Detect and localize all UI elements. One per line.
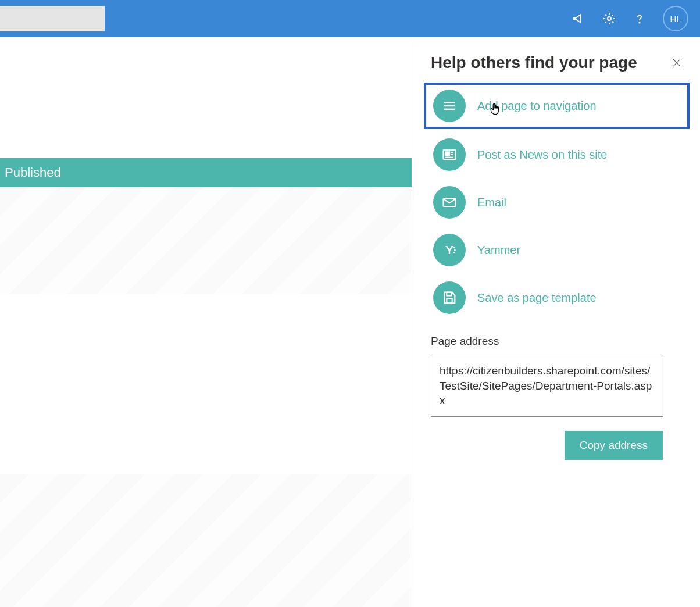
- megaphone-icon[interactable]: [572, 12, 586, 26]
- option-add-to-navigation[interactable]: Add page to navigation: [424, 83, 690, 129]
- email-icon: [433, 186, 466, 219]
- page-address-input[interactable]: https://citizenbuilders.sharepoint.com/s…: [431, 355, 663, 417]
- news-icon: [433, 138, 466, 171]
- avatar-initials: HL: [670, 14, 681, 24]
- main-content: Published Help others find your page: [0, 37, 700, 607]
- svg-point-0: [608, 17, 611, 20]
- svg-point-1: [639, 22, 640, 23]
- help-icon[interactable]: [633, 12, 647, 26]
- svg-point-14: [454, 249, 456, 251]
- save-icon: [433, 281, 466, 314]
- close-icon[interactable]: [671, 57, 683, 69]
- svg-point-13: [453, 247, 455, 248]
- page-area: Published: [0, 37, 412, 607]
- svg-rect-16: [447, 292, 451, 296]
- help-panel: Help others find your page Add page to n…: [413, 37, 700, 607]
- option-label: Save as page template: [477, 291, 597, 305]
- hamburger-icon: [433, 90, 466, 122]
- option-email[interactable]: Email: [431, 181, 683, 223]
- panel-title: Help others find your page: [431, 53, 637, 72]
- published-banner: Published: [0, 158, 412, 187]
- app-launcher-placeholder[interactable]: [0, 6, 105, 31]
- published-label: Published: [5, 165, 61, 180]
- avatar[interactable]: HL: [663, 6, 688, 31]
- option-label: Yammer: [477, 244, 520, 257]
- option-label: Add page to navigation: [477, 99, 597, 113]
- background-pattern: [0, 474, 412, 607]
- option-label: Email: [477, 196, 506, 209]
- yammer-icon: [433, 234, 466, 266]
- top-bar: HL: [0, 0, 700, 37]
- copy-address-button[interactable]: Copy address: [565, 431, 663, 460]
- panel-header: Help others find your page: [431, 53, 683, 72]
- svg-rect-17: [447, 298, 452, 303]
- svg-point-15: [453, 252, 455, 253]
- option-post-as-news[interactable]: Post as News on this site: [431, 134, 683, 176]
- svg-rect-8: [445, 152, 449, 155]
- background-pattern: [0, 187, 412, 294]
- option-yammer[interactable]: Yammer: [431, 229, 683, 271]
- page-address-label: Page address: [431, 335, 683, 348]
- option-save-template[interactable]: Save as page template: [431, 277, 683, 319]
- gear-icon[interactable]: [602, 12, 616, 26]
- top-right-icons: HL: [572, 6, 688, 31]
- option-label: Post as News on this site: [477, 148, 607, 162]
